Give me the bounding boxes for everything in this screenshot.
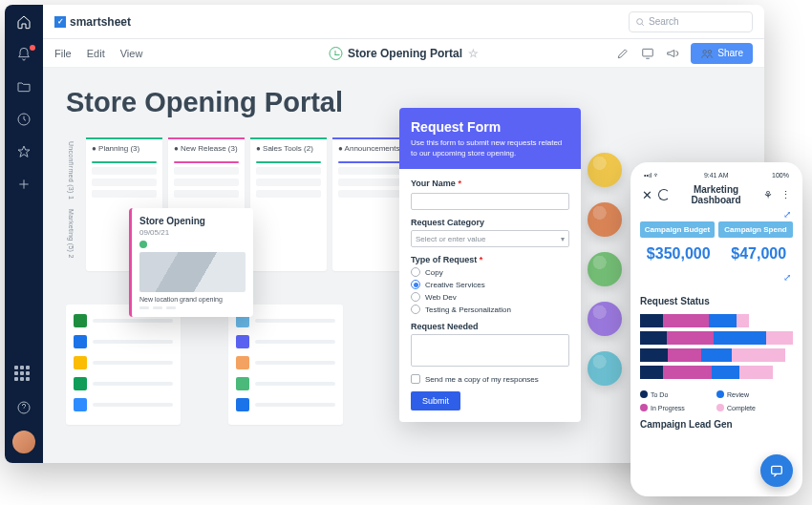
svg-rect-6 [772,466,782,473]
attachment-row[interactable] [236,333,335,350]
chart-bar-row [640,331,793,345]
kpi-spend: $47,000 [731,245,786,263]
kanban-lane[interactable]: ● Announcements [332,137,409,271]
chat-fab[interactable] [760,454,793,487]
pill-budget[interactable]: Campaign Budget [640,221,715,238]
home-icon[interactable] [14,12,33,32]
chart-legend: To DoReviewIn ProgressComplete [640,390,793,411]
present-icon[interactable] [641,47,654,60]
collaborator-avatar[interactable] [588,351,622,386]
status-clock-icon [329,47,342,60]
reload-icon[interactable] [658,189,670,200]
chart-bar-row [640,314,793,327]
kpi-budget: $350,000 [647,245,711,263]
brand-logo[interactable]: ✓smartsheet [54,15,131,29]
card-description: New location grand opening [139,296,246,303]
collaborator-avatar[interactable] [588,153,622,187]
legend-item: To Do [640,390,701,398]
card-date: 09/05/21 [139,228,246,237]
collaborator-avatar[interactable] [588,202,622,237]
document-title: Store Opening Portal ☆ [329,47,479,60]
menu-file[interactable]: File [54,48,72,59]
svg-point-2 [637,18,643,24]
attachment-row[interactable] [236,396,335,413]
thumb-col-1 [66,305,181,425]
people-icon[interactable]: ⚘ [762,189,774,200]
dashboard-title: Marketing Dashboard [675,184,757,205]
attachment-row[interactable] [74,333,173,350]
radio-testing-personalization[interactable]: Testing & Personalization [411,305,569,314]
form-header: Request Form Use this form to submit new… [399,108,581,169]
card-preview[interactable]: Store Opening 09/05/21 New location gran… [129,208,253,317]
doc-actions: Share [616,43,753,64]
svg-rect-3 [643,49,653,56]
attachment-row[interactable] [74,375,173,392]
attachment-row[interactable] [74,354,173,371]
type-label: Type of Request * [411,255,569,264]
legend-item: Complete [716,404,778,411]
radio-creative-services[interactable]: Creative Services [411,280,569,289]
status-bar-chart [640,314,793,379]
name-label: Your Name * [411,179,569,188]
attachment-row[interactable] [74,396,173,413]
help-icon[interactable] [14,398,33,417]
favorite-star-icon[interactable]: ☆ [468,47,479,60]
side-tab-2[interactable]: Marketing (5) 2 [66,205,76,263]
edit-icon[interactable] [616,47,630,60]
folder-icon[interactable] [14,77,33,96]
topbar: ✓smartsheet Search [43,5,764,39]
form-subtitle: Use this form to submit new requests rel… [411,138,569,159]
needed-label: Request Needed [411,322,569,331]
svg-point-5 [708,50,712,53]
more-icon[interactable]: ⋮ [780,189,791,200]
status-section-title: Request Status [640,296,793,306]
thumb-col-2 [228,305,343,425]
nav-rail [5,5,43,463]
menu-view[interactable]: View [120,48,143,59]
leadgen-title: Campaign Lead Gen [640,419,793,430]
needed-textarea[interactable] [411,334,569,367]
attachment-row[interactable] [236,375,335,392]
share-button[interactable]: Share [691,43,753,64]
name-input[interactable] [411,193,569,210]
card-meta [139,306,246,309]
collaborator-avatars [588,153,622,386]
document-title-text: Store Opening Portal [348,47,462,60]
radio-copy[interactable]: Copy [411,267,569,277]
menubar: File Edit View Store Opening Portal ☆ Sh… [43,39,764,68]
category-select[interactable]: Select or enter value▾ [411,230,569,247]
category-label: Request Category [411,218,569,227]
favorites-icon[interactable] [14,142,33,161]
kanban-lane[interactable]: ● Sales Tools (2) [250,137,327,271]
submit-button[interactable]: Submit [411,391,460,410]
search-input[interactable]: Search [629,11,753,32]
search-placeholder: Search [649,16,679,27]
legend-item: Review [716,390,778,398]
expand-icon[interactable]: ⤢ [642,209,791,220]
card-title: Store Opening [139,216,246,226]
chevron-down-icon: ▾ [561,235,565,243]
app-launcher-icon[interactable] [14,366,33,385]
menu-edit[interactable]: Edit [87,48,105,59]
expand-icon-2[interactable]: ⤢ [642,272,791,283]
add-icon[interactable] [14,175,33,194]
collaborator-avatar[interactable] [588,252,622,286]
recent-icon[interactable] [14,110,33,129]
close-icon[interactable]: ✕ [642,188,652,202]
chart-bar-row [640,366,793,379]
request-form: Request Form Use this form to submit new… [399,108,581,422]
form-title: Request Form [411,119,569,135]
notifications-icon[interactable] [14,45,33,64]
mobile-preview: ••ıl ᯤ9:41 AM100% ✕ Marketing Dashboard … [630,162,802,496]
collaborator-avatar[interactable] [588,302,622,336]
brand-name: smartsheet [70,15,131,29]
radio-web-dev[interactable]: Web Dev [411,292,569,302]
search-icon [635,17,645,27]
send-copy-checkbox[interactable]: Send me a copy of my responses [411,374,569,384]
side-tab-1[interactable]: Unconfirmed (3) 1 [66,137,76,203]
svg-point-4 [703,50,707,53]
pill-spend[interactable]: Campaign Spend [718,221,793,238]
attachment-row[interactable] [236,354,335,371]
user-avatar[interactable] [12,431,35,453]
announce-icon[interactable] [666,47,679,60]
